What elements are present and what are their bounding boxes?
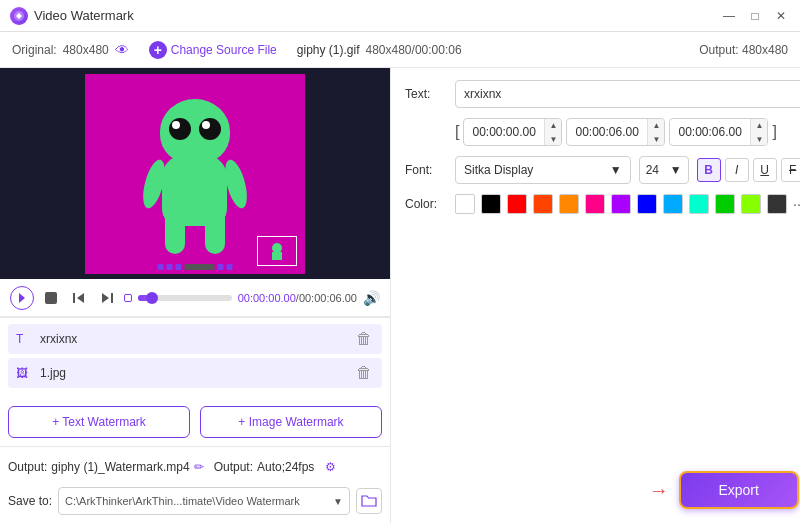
color-purple[interactable] bbox=[611, 194, 631, 214]
more-colors-button[interactable]: ··· bbox=[793, 196, 800, 212]
wm-text-delete-button[interactable]: 🗑 bbox=[354, 329, 374, 349]
text-watermark-input[interactable] bbox=[455, 80, 800, 108]
start-time-input[interactable]: 00:00:00.00 ▲ ▼ bbox=[463, 118, 562, 146]
alien-head bbox=[160, 99, 230, 164]
text-input-row: Text: bbox=[405, 80, 800, 108]
start-time-up[interactable]: ▲ bbox=[545, 118, 561, 132]
scrubber-dot bbox=[218, 264, 224, 270]
left-panel: 00:00:00.00/00:00:06.00 🔊 T xrxixnx 🗑 🖼 … bbox=[0, 68, 390, 523]
color-cyan[interactable] bbox=[689, 194, 709, 214]
font-size-value: 24 bbox=[646, 163, 659, 177]
font-dropdown[interactable]: Sitka Display ▼ bbox=[455, 156, 631, 184]
start-time-down[interactable]: ▼ bbox=[545, 132, 561, 146]
end-time2-down[interactable]: ▼ bbox=[751, 132, 767, 146]
color-swatches: ··· bbox=[455, 194, 800, 214]
add-watermark-buttons: + Text Watermark + Image Watermark bbox=[0, 398, 390, 446]
clip-button[interactable] bbox=[124, 294, 132, 302]
bracket-close: ] bbox=[772, 123, 776, 141]
wm-text-name: xrxixnx bbox=[40, 332, 346, 346]
end-time-down[interactable]: ▼ bbox=[648, 132, 664, 146]
open-folder-button[interactable] bbox=[356, 488, 382, 514]
color-red[interactable] bbox=[507, 194, 527, 214]
chevron-down-icon: ▼ bbox=[333, 496, 343, 507]
end-time-input[interactable]: 00:00:06.00 ▲ ▼ bbox=[566, 118, 665, 146]
progress-bar[interactable] bbox=[138, 295, 232, 301]
color-dark[interactable] bbox=[767, 194, 787, 214]
close-button[interactable]: ✕ bbox=[772, 7, 790, 25]
maximize-button[interactable]: □ bbox=[746, 7, 764, 25]
font-name: Sitka Display bbox=[464, 163, 533, 177]
export-button[interactable]: Export bbox=[679, 471, 799, 509]
color-blue[interactable] bbox=[637, 194, 657, 214]
prev-frame-button[interactable] bbox=[68, 287, 90, 309]
color-black[interactable] bbox=[481, 194, 501, 214]
color-orange[interactable] bbox=[559, 194, 579, 214]
edit-filename-icon[interactable]: ✏ bbox=[194, 460, 204, 474]
italic-button[interactable]: I bbox=[725, 158, 749, 182]
scrubber-dot bbox=[158, 264, 164, 270]
output-info: Output: 480x480 bbox=[699, 43, 788, 57]
strikethrough-button[interactable]: F bbox=[781, 158, 800, 182]
output-label: Output: bbox=[699, 43, 738, 57]
output-filename: giphy (1)_Watermark.mp4 bbox=[51, 460, 189, 474]
text-label: Text: bbox=[405, 87, 447, 101]
underline-button[interactable]: U bbox=[753, 158, 777, 182]
original-info: Original: 480x480 👁 bbox=[12, 42, 129, 58]
color-green[interactable] bbox=[715, 194, 735, 214]
watermark-item-image[interactable]: 🖼 1.jpg 🗑 bbox=[8, 358, 382, 388]
timeline-scrubber[interactable] bbox=[158, 264, 233, 270]
scrubber-dot bbox=[167, 264, 173, 270]
save-path-dropdown[interactable]: C:\ArkThinker\ArkThin...timate\Video Wat… bbox=[58, 487, 350, 515]
add-text-watermark-button[interactable]: + Text Watermark bbox=[8, 406, 190, 438]
alien-leg-left bbox=[165, 214, 185, 254]
font-row: Font: Sitka Display ▼ 24 ▼ B I U F bbox=[405, 156, 800, 184]
play-button[interactable] bbox=[10, 286, 34, 310]
total-time: 00:00:06.00 bbox=[299, 292, 357, 304]
wm-image-delete-button[interactable]: 🗑 bbox=[354, 363, 374, 383]
font-size-arrow: ▼ bbox=[670, 163, 682, 177]
output-filename-field: Output: giphy (1)_Watermark.mp4 ✏ bbox=[8, 460, 204, 474]
watermark-item-text[interactable]: T xrxixnx 🗑 bbox=[8, 324, 382, 354]
progress-thumb bbox=[146, 292, 158, 304]
color-pink[interactable] bbox=[585, 194, 605, 214]
bracket-open: [ bbox=[455, 123, 459, 141]
end-time2-value: 00:00:06.00 bbox=[670, 125, 750, 139]
color-light-blue[interactable] bbox=[663, 194, 683, 214]
window-controls: — □ ✕ bbox=[720, 7, 790, 25]
color-white[interactable] bbox=[455, 194, 475, 214]
save-to-row: Save to: C:\ArkThinker\ArkThin...timate\… bbox=[0, 487, 390, 523]
stop-button[interactable] bbox=[40, 287, 62, 309]
add-image-watermark-button[interactable]: + Image Watermark bbox=[200, 406, 382, 438]
text-wm-icon: T bbox=[16, 332, 32, 346]
bold-button[interactable]: B bbox=[697, 158, 721, 182]
right-panel: Text: [ 00:00:00.00 ▲ ▼ 00:00:06.00 ▲ ▼ bbox=[390, 68, 800, 523]
next-frame-button[interactable] bbox=[96, 287, 118, 309]
filename: giphy (1).gif bbox=[297, 43, 360, 57]
end-time2-up[interactable]: ▲ bbox=[751, 118, 767, 132]
change-source-button[interactable]: + Change Source File bbox=[149, 41, 277, 59]
color-orange-red[interactable] bbox=[533, 194, 553, 214]
export-arrow-icon: → bbox=[649, 479, 669, 502]
end-time-spinners: ▲ ▼ bbox=[647, 118, 664, 146]
current-time: 00:00:00.00 bbox=[238, 292, 296, 304]
output-format-field: Output: Auto;24fps ⚙ bbox=[214, 455, 343, 479]
color-yellow-green[interactable] bbox=[741, 194, 761, 214]
end-time2-input[interactable]: 00:00:06.00 ▲ ▼ bbox=[669, 118, 768, 146]
font-label: Font: bbox=[405, 163, 447, 177]
minimize-button[interactable]: — bbox=[720, 7, 738, 25]
end-time-up[interactable]: ▲ bbox=[648, 118, 664, 132]
format-settings-button[interactable]: ⚙ bbox=[318, 455, 342, 479]
scrubber-dot bbox=[176, 264, 182, 270]
font-dropdown-arrow: ▼ bbox=[610, 163, 622, 177]
playback-bar: 00:00:00.00/00:00:06.00 🔊 bbox=[0, 279, 390, 317]
volume-icon[interactable]: 🔊 bbox=[363, 290, 380, 306]
font-size-dropdown[interactable]: 24 ▼ bbox=[639, 156, 689, 184]
eye-icon[interactable]: 👁 bbox=[115, 42, 129, 58]
scrubber-dot bbox=[227, 264, 233, 270]
start-time-spinners: ▲ ▼ bbox=[544, 118, 561, 146]
change-source-label: Change Source File bbox=[171, 43, 277, 57]
wm-image-name: 1.jpg bbox=[40, 366, 346, 380]
app-icon bbox=[10, 7, 28, 25]
add-text-wm-label: + Text Watermark bbox=[52, 415, 146, 429]
svg-point-2 bbox=[272, 243, 282, 253]
